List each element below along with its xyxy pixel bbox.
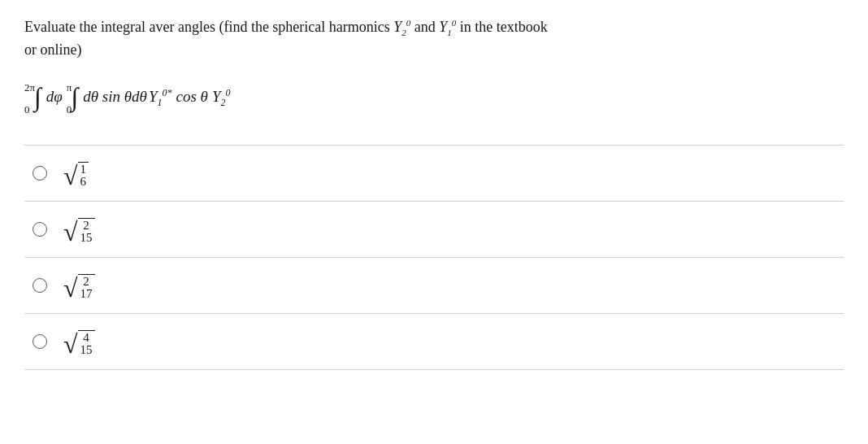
Y1-symbol: Y10 <box>439 19 456 35</box>
integral-expression: 2π 0 ∫ dφ π 0 ∫ dθ sin θdθ Y10* cos θ Y2… <box>24 69 844 120</box>
radio-d[interactable] <box>33 334 47 349</box>
numerator-a: 1 <box>80 163 87 176</box>
radio-b[interactable] <box>33 222 47 237</box>
fraction-c: 2 17 <box>78 274 95 300</box>
and-word: and <box>414 19 436 35</box>
radio-a[interactable] <box>33 166 47 181</box>
option-a[interactable]: √ 1 6 <box>24 145 844 201</box>
option-c[interactable]: √ 2 17 <box>24 257 844 313</box>
radio-c[interactable] <box>33 278 47 293</box>
denominator-c: 17 <box>80 288 93 300</box>
sqrt-sign-b: √ <box>63 221 78 243</box>
sqrt-sign-c: √ <box>63 277 78 299</box>
numerator-c: 2 <box>83 276 89 288</box>
integral2-symbol: ∫ <box>71 74 78 121</box>
fraction-b: 2 15 <box>78 218 95 244</box>
numerator-b: 2 <box>83 220 89 232</box>
Y2-symbol: Y20 <box>393 19 414 35</box>
option-c-math: √ 2 17 <box>63 272 95 298</box>
end-text: in the textbook <box>460 19 548 35</box>
sqrt-sign-a: √ <box>63 165 78 187</box>
integrand: dθ sin θdθ <box>83 83 147 111</box>
question-line2: or online) <box>24 41 81 58</box>
Y2-integrand: Y20 <box>212 83 231 111</box>
sqrt-sign-d: √ <box>63 333 78 355</box>
denominator-a: 6 <box>80 176 87 188</box>
options-list: √ 1 6 √ 2 15 √ <box>24 145 844 370</box>
question-header: Evaluate the integral aver angles (find … <box>24 16 844 61</box>
Y1-integrand: Y10* <box>149 83 172 111</box>
option-d[interactable]: √ 4 15 <box>24 313 844 370</box>
option-a-math: √ 1 6 <box>63 160 89 186</box>
denominator-b: 15 <box>80 232 93 244</box>
option-b-math: √ 2 15 <box>63 216 95 242</box>
fraction-d: 4 15 <box>78 330 95 356</box>
option-b[interactable]: √ 2 15 <box>24 201 844 257</box>
question-line1: Evaluate the integral aver angles (find … <box>24 19 390 35</box>
denominator-d: 15 <box>80 344 93 356</box>
option-d-math: √ 4 15 <box>63 329 95 355</box>
cos-theta: cos θ <box>176 83 207 111</box>
fraction-a: 1 6 <box>78 162 89 188</box>
int1-lower: 0 <box>24 100 30 119</box>
integral1-symbol: ∫ <box>34 74 41 121</box>
numerator-d: 4 <box>83 332 89 344</box>
d-phi: dφ <box>46 83 63 111</box>
